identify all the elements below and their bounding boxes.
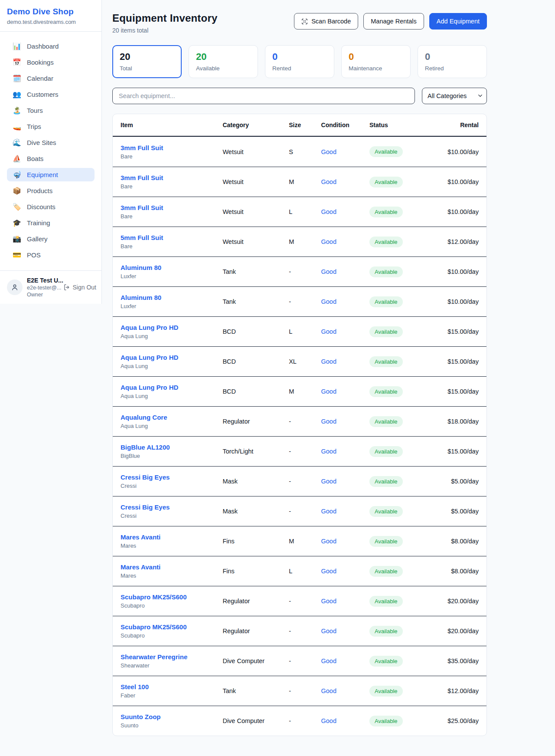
sidebar-item-label: POS [27, 251, 41, 259]
sign-out-button[interactable]: Sign Out [63, 284, 96, 291]
item-name-link[interactable]: BigBlue AL1200 [121, 444, 222, 451]
condition-link[interactable]: Good [321, 358, 370, 365]
category-cell: Fins [222, 568, 289, 575]
size-cell: L [289, 208, 321, 215]
tours-icon: 🏝️ [13, 107, 21, 114]
sidebar-item-dashboard[interactable]: 📊Dashboard [7, 39, 95, 53]
condition-link[interactable]: Good [321, 148, 370, 155]
item-name-link[interactable]: Aqua Lung Pro HD [121, 354, 222, 361]
item-cell: Cressi Big EyesCressi [121, 473, 222, 489]
table-row: Scubapro MK25/S600ScubaproRegulator-Good… [113, 586, 486, 616]
category-cell: Wetsuit [222, 178, 289, 185]
item-cell: Shearwater PeregrineShearwater [121, 653, 222, 669]
item-name-link[interactable]: Aqua Lung Pro HD [121, 324, 222, 331]
item-name-link[interactable]: Mares Avanti [121, 563, 222, 571]
item-name-link[interactable]: Scubapro MK25/S600 [121, 623, 222, 631]
dashboard-icon: 📊 [13, 43, 21, 50]
condition-link[interactable]: Good [321, 568, 370, 575]
item-name-link[interactable]: 3mm Full Suit [121, 204, 222, 211]
status-badge: Available [369, 177, 403, 187]
item-name-link[interactable]: Cressi Big Eyes [121, 503, 222, 511]
status-cell: Available [369, 536, 428, 547]
item-name-link[interactable]: Aluminum 80 [121, 264, 222, 271]
condition-link[interactable]: Good [321, 418, 370, 425]
item-name-link[interactable]: Scubapro MK25/S600 [121, 593, 222, 601]
sidebar-item-label: Tours [27, 107, 43, 114]
stat-value: 20 [196, 51, 251, 62]
status-cell: Available [369, 686, 428, 697]
condition-link[interactable]: Good [321, 598, 370, 605]
status-badge: Available [369, 446, 403, 457]
size-cell: M [289, 388, 321, 395]
condition-link[interactable]: Good [321, 687, 370, 694]
stat-card-rented[interactable]: 0 Rented [265, 45, 334, 78]
stat-card-total[interactable]: 20 Total [112, 45, 182, 78]
item-name-link[interactable]: Steel 100 [121, 683, 222, 690]
item-name-link[interactable]: Aqualung Core [121, 414, 222, 421]
page-title: Equipment Inventory [112, 12, 218, 24]
add-equipment-button[interactable]: Add Equipment [429, 13, 487, 30]
item-name-link[interactable]: Aqua Lung Pro HD [121, 384, 222, 391]
item-name-link[interactable]: Cressi Big Eyes [121, 473, 222, 481]
sidebar-item-customers[interactable]: 👥Customers [7, 88, 95, 101]
condition-link[interactable]: Good [321, 508, 370, 515]
condition-link[interactable]: Good [321, 657, 370, 664]
equipment-icon: 🤿 [13, 171, 21, 178]
condition-link[interactable]: Good [321, 298, 370, 305]
category-select[interactable]: All Categories [422, 88, 487, 104]
item-name-link[interactable]: 5mm Full Suit [121, 234, 222, 241]
condition-link[interactable]: Good [321, 538, 370, 545]
brand-title[interactable]: Demo Dive Shop [7, 7, 91, 16]
status-cell: Available [369, 356, 428, 367]
size-cell: M [289, 178, 321, 185]
sidebar-item-equipment[interactable]: 🤿Equipment [7, 168, 95, 181]
sidebar-item-gallery[interactable]: 📸Gallery [7, 232, 95, 246]
sidebar-item-trips[interactable]: 🚤Trips [7, 120, 95, 133]
stat-card-retired[interactable]: 0 Retired [418, 45, 487, 78]
sidebar-item-discounts[interactable]: 🏷️Discounts [7, 200, 95, 214]
item-brand: Mares [121, 542, 222, 549]
status-cell: Available [369, 326, 428, 337]
item-name-link[interactable]: 3mm Full Suit [121, 174, 222, 181]
sidebar-item-products[interactable]: 📦Products [7, 184, 95, 197]
item-name-link[interactable]: Mares Avanti [121, 533, 222, 541]
item-name-link[interactable]: 3mm Full Suit [121, 144, 222, 151]
status-badge: Available [369, 476, 403, 487]
manage-rentals-button[interactable]: Manage Rentals [363, 13, 424, 30]
stat-card-available[interactable]: 20 Available [189, 45, 258, 78]
sidebar-item-pos[interactable]: 💳POS [7, 248, 95, 262]
sidebar-item-tours[interactable]: 🏝️Tours [7, 104, 95, 117]
user-name: E2E Test U... [27, 277, 59, 284]
sidebar-item-dive-sites[interactable]: 🌊Dive Sites [7, 136, 95, 149]
status-cell: Available [369, 146, 428, 157]
scan-barcode-button[interactable]: Scan Barcode [294, 13, 358, 30]
products-icon: 📦 [13, 187, 21, 194]
stat-card-maintenance[interactable]: 0 Maintenance [341, 45, 411, 78]
search-input[interactable] [112, 88, 415, 104]
rental-cell: $10.00/day [428, 208, 479, 215]
sidebar-item-boats[interactable]: ⛵Boats [7, 152, 95, 165]
condition-link[interactable]: Good [321, 478, 370, 485]
condition-link[interactable]: Good [321, 717, 370, 724]
condition-link[interactable]: Good [321, 388, 370, 395]
sidebar-item-calendar[interactable]: 🗓️Calendar [7, 72, 95, 85]
item-name-link[interactable]: Suunto Zoop [121, 713, 222, 720]
condition-link[interactable]: Good [321, 448, 370, 455]
sidebar-item-label: Trips [27, 123, 41, 130]
sidebar-item-bookings[interactable]: 📅Bookings [7, 56, 95, 69]
condition-link[interactable]: Good [321, 208, 370, 215]
pos-icon: 💳 [13, 252, 21, 259]
status-cell: Available [369, 177, 428, 187]
size-cell: M [289, 538, 321, 545]
item-name-link[interactable]: Aluminum 80 [121, 294, 222, 301]
condition-link[interactable]: Good [321, 628, 370, 634]
condition-link[interactable]: Good [321, 328, 370, 335]
condition-link[interactable]: Good [321, 178, 370, 185]
table-row: 3mm Full SuitBareWetsuitLGoodAvailable$1… [113, 197, 486, 227]
condition-link[interactable]: Good [321, 268, 370, 275]
item-name-link[interactable]: Shearwater Peregrine [121, 653, 222, 661]
sidebar-item-training[interactable]: 🎓Training [7, 216, 95, 230]
rental-cell: $10.00/day [428, 298, 479, 305]
condition-link[interactable]: Good [321, 238, 370, 245]
item-cell: Mares AvantiMares [121, 563, 222, 579]
